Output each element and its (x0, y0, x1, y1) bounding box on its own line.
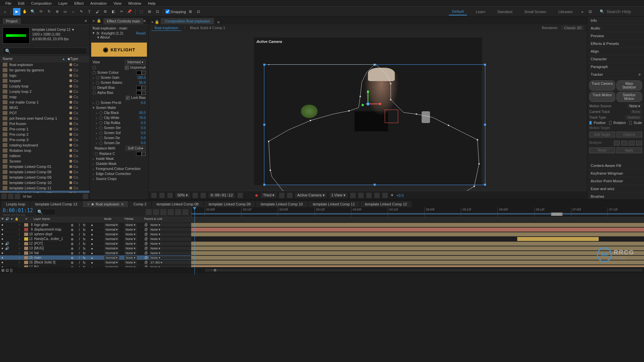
project-item[interactable]: Loopty loopCo (0, 83, 90, 89)
grid-button[interactable] (193, 193, 198, 198)
right-panel-item[interactable]: Content-Aware Fill (587, 162, 644, 170)
stopwatch-icon[interactable] (99, 126, 103, 130)
quality-switch[interactable]: / (79, 251, 82, 255)
stopwatch-icon[interactable] (93, 91, 96, 95)
menu-view[interactable]: View (110, 1, 125, 6)
project-item[interactable]: template Linked Comp 09Co (0, 175, 90, 180)
quality-switch[interactable]: / (79, 223, 82, 227)
mode-dropdown[interactable]: Normal ▾ (104, 261, 119, 264)
layer-arrow[interactable]: › (19, 232, 23, 236)
pickwhip-icon[interactable]: @ (144, 232, 148, 236)
stopwatch-icon[interactable] (99, 131, 103, 135)
trkmat-dropdown[interactable]: None ▾ (124, 233, 137, 236)
shy-switch[interactable]: ⊕ (71, 247, 74, 250)
eyedropper-icon[interactable] (142, 152, 146, 156)
audio-toggle[interactable]: 🔊 (5, 246, 9, 250)
menu-composition[interactable]: Composition (28, 1, 55, 6)
adjustment-switch[interactable] (95, 233, 98, 236)
collapse-switch[interactable] (75, 242, 78, 245)
warp-stabilizer-button[interactable]: Warp Stabilizer (616, 80, 642, 90)
comp-mini-flowchart-button[interactable] (146, 209, 152, 215)
adjustment-switch[interactable] (95, 261, 98, 264)
audio-toggle[interactable]: 🔊 (5, 242, 9, 245)
visibility-toggle[interactable]: ● (0, 260, 5, 264)
world-axis-tool[interactable]: ⊞ (146, 8, 153, 15)
channel-icon[interactable]: ◉ (255, 193, 258, 197)
menu-window[interactable]: Window (125, 1, 145, 6)
3d-switch[interactable] (99, 228, 102, 231)
current-track-dropdown[interactable]: None (630, 110, 642, 114)
frame-blend-switch[interactable] (87, 256, 90, 259)
stopwatch-icon[interactable] (99, 136, 103, 140)
rotation-checkbox[interactable] (609, 121, 611, 125)
adjustment-switch[interactable] (95, 251, 98, 255)
menu-file[interactable]: File (2, 1, 15, 6)
right-panel-item[interactable]: Audio (587, 24, 644, 32)
timeline-layer-row[interactable]: ● › 15 main ⊕ / fx ● Normal ▾ None ▾ @No… (0, 255, 191, 260)
delete-button[interactable] (83, 194, 88, 199)
quality-switch[interactable]: / (79, 233, 82, 236)
param-value[interactable]: 0.0 (132, 121, 146, 125)
frame-blend-switch[interactable] (87, 223, 90, 227)
stopwatch-icon[interactable] (99, 141, 103, 145)
shy-switch[interactable]: ⊕ (71, 261, 74, 264)
parent-dropdown[interactable]: None ▾ (149, 247, 191, 250)
tab-menu-icon[interactable]: ≡ (121, 202, 123, 206)
pickwhip-icon[interactable]: @ (144, 246, 148, 250)
timeline-search-input[interactable] (36, 209, 56, 215)
timeline-layer-row[interactable]: ● › 8 logo glow ⊕ / fx ● Normal ▾ None ▾… (0, 223, 191, 227)
trkmat-dropdown[interactable]: None ▾ (124, 251, 137, 255)
motion-blur-switch[interactable]: ● (91, 233, 94, 236)
stopwatch-icon[interactable] (93, 71, 96, 74)
3d-switch[interactable] (99, 233, 102, 236)
mode-dropdown[interactable]: Normal ▾ (104, 247, 119, 250)
project-item[interactable]: ScreenCo (0, 159, 90, 164)
motion-source-dropdown[interactable]: None ▾ (627, 104, 642, 108)
project-list[interactable]: float explosionCofor games by gamersColo… (0, 62, 90, 193)
sort-arrow-icon[interactable]: ▲ (62, 57, 65, 61)
effect-reset-link[interactable]: Reset (136, 31, 146, 35)
visibility-toggle[interactable]: ● (0, 251, 5, 255)
timeline-layer-row[interactable]: ● › 14 hat ⊕ / fx ● Normal ▾ None ▾ @Non… (0, 251, 191, 255)
stopwatch-icon[interactable] (93, 66, 96, 69)
right-panel-item[interactable]: Ease and wizz (587, 185, 644, 193)
layer-bar[interactable] (191, 265, 644, 267)
panel-lock-icon[interactable]: 🔒 (97, 18, 101, 23)
layer-selection-box[interactable] (264, 64, 485, 185)
project-item[interactable]: Pre-comp 1Co (0, 126, 90, 132)
fast-preview-button[interactable] (366, 193, 372, 198)
analyze-back-one-button[interactable] (614, 141, 620, 145)
layer-color[interactable] (24, 256, 28, 259)
brush-tool[interactable]: 🖌 (94, 8, 101, 15)
project-item[interactable]: loopedCo (0, 78, 90, 83)
eyedropper-icon[interactable] (142, 91, 146, 95)
pickwhip-icon[interactable]: @ (144, 242, 148, 245)
param-value[interactable]: 95.0 (132, 81, 146, 84)
layer-bar[interactable] (191, 242, 644, 246)
project-item[interactable]: pot freeze over hand Comp 1Co (0, 116, 90, 121)
layer-color[interactable] (24, 233, 28, 236)
adjustment-switch[interactable] (95, 256, 98, 259)
position-checkbox[interactable] (589, 121, 592, 125)
timeline-tab[interactable]: template Linked Comp 11 (308, 201, 360, 207)
col-layer-name[interactable]: Layer Name (34, 217, 70, 223)
analyze-fwd-one-button[interactable] (636, 141, 642, 145)
timeline-tab[interactable]: template Linked Comp 13 (31, 201, 82, 207)
toggle-in-out-button[interactable]: {} (10, 268, 12, 272)
options-button[interactable]: Options (616, 132, 642, 137)
menu-effect[interactable]: Effect (71, 1, 87, 6)
mask-vis-button[interactable] (159, 193, 165, 198)
timeline-button[interactable] (374, 193, 380, 198)
track-camera-button[interactable]: Track Camera (589, 80, 615, 90)
trkmat-dropdown[interactable]: None ▾ (124, 223, 137, 227)
adjustment-switch[interactable] (95, 228, 98, 231)
analyze-back-button[interactable] (621, 141, 627, 145)
collapse-switch[interactable] (75, 223, 78, 227)
subtab-black-solid[interactable]: Black Solid 4 Comp 1 (186, 25, 228, 31)
timeline-track[interactable] (191, 232, 644, 237)
timeline-tab[interactable]: × ■ float explosion ≡ (83, 201, 128, 207)
project-item[interactable]: logoCo (0, 73, 90, 78)
timeline-tab[interactable]: template Linked Comp 08 (152, 201, 203, 207)
layer-arrow[interactable]: › (19, 246, 23, 250)
rect-tool[interactable]: ▭ (61, 8, 69, 15)
